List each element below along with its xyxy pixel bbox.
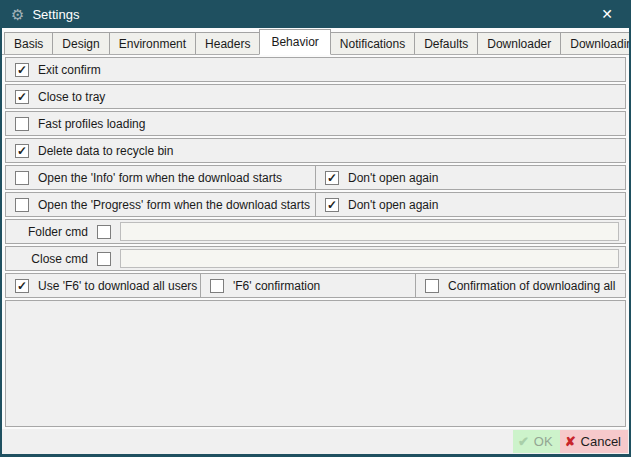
tab-notifications[interactable]: Notifications — [330, 32, 415, 54]
footer: ✔ OK ✘ Cancel — [2, 429, 629, 454]
settings-dialog: ⚙ Settings ✕ Basis Design Environment He… — [0, 0, 631, 457]
confirm-download-all-label: Confirmation of downloading all — [448, 279, 615, 293]
f6-confirmation-checkbox[interactable] — [210, 279, 224, 293]
tab-basis[interactable]: Basis — [4, 32, 53, 54]
progress-dont-open-label: Don't open again — [348, 198, 438, 212]
row-f6-options: ✓ Use 'F6' to download all users 'F6' co… — [5, 273, 626, 298]
exit-confirm-label: Exit confirm — [38, 63, 101, 77]
tab-defaults[interactable]: Defaults — [414, 32, 478, 54]
row-close-cmd: Close cmd — [5, 246, 626, 271]
row-folder-cmd: Folder cmd — [5, 219, 626, 244]
tab-headers[interactable]: Headers — [195, 32, 260, 54]
info-form-checkbox[interactable] — [15, 171, 29, 185]
close-cmd-input[interactable] — [120, 249, 619, 268]
confirm-download-all-checkbox[interactable] — [425, 279, 439, 293]
exit-confirm-checkbox[interactable]: ✓ — [15, 63, 29, 77]
cancel-button-label: Cancel — [581, 434, 621, 449]
close-cmd-checkbox[interactable] — [97, 252, 111, 266]
info-dont-open-checkbox[interactable]: ✓ — [325, 171, 339, 185]
row-delete-recycle: ✓ Delete data to recycle bin — [5, 138, 626, 163]
ok-check-icon: ✔ — [518, 435, 529, 448]
tab-environment[interactable]: Environment — [109, 32, 196, 54]
close-cmd-label: Close cmd — [15, 252, 88, 266]
window-title: Settings — [32, 7, 79, 22]
folder-cmd-checkbox[interactable] — [97, 225, 111, 239]
behavior-tab-panel: ✓ Exit confirm ✓ Close to tray Fast prof… — [2, 55, 629, 429]
tab-downloader[interactable]: Downloader — [477, 32, 561, 54]
folder-cmd-label: Folder cmd — [15, 225, 88, 239]
delete-recycle-label: Delete data to recycle bin — [38, 144, 173, 158]
row-info-form: Open the 'Info' form when the download s… — [5, 165, 626, 190]
ok-button-label: OK — [534, 434, 553, 449]
ok-button[interactable]: ✔ OK — [513, 430, 560, 453]
f6-confirmation-label: 'F6' confirmation — [233, 279, 320, 293]
gear-icon: ⚙ — [11, 7, 24, 22]
empty-panel — [5, 300, 626, 427]
titlebar: ⚙ Settings ✕ — [2, 0, 629, 28]
f6-download-all-label: Use 'F6' to download all users — [38, 279, 197, 293]
f6-download-all-checkbox[interactable]: ✓ — [15, 279, 29, 293]
progress-form-label: Open the 'Progress' form when the downlo… — [38, 198, 310, 212]
delete-recycle-checkbox[interactable]: ✓ — [15, 144, 29, 158]
tab-behavior[interactable]: Behavior — [259, 29, 330, 55]
row-close-to-tray: ✓ Close to tray — [5, 84, 626, 109]
info-form-label: Open the 'Info' form when the download s… — [38, 171, 282, 185]
progress-form-checkbox[interactable] — [15, 198, 29, 212]
row-exit-confirm: ✓ Exit confirm — [5, 57, 626, 82]
row-progress-form: Open the 'Progress' form when the downlo… — [5, 192, 626, 217]
tab-downloading[interactable]: Downloading — [560, 32, 631, 54]
progress-dont-open-checkbox[interactable]: ✓ — [325, 198, 339, 212]
cancel-button[interactable]: ✘ Cancel — [560, 430, 628, 453]
tab-design[interactable]: Design — [52, 32, 109, 54]
folder-cmd-input[interactable] — [120, 222, 619, 241]
close-to-tray-label: Close to tray — [38, 90, 105, 104]
tab-strip: Basis Design Environment Headers Behavio… — [2, 28, 629, 55]
close-icon[interactable]: ✕ — [585, 0, 629, 28]
close-to-tray-checkbox[interactable]: ✓ — [15, 90, 29, 104]
info-dont-open-label: Don't open again — [348, 171, 438, 185]
cancel-x-icon: ✘ — [565, 435, 576, 448]
fast-profiles-checkbox[interactable] — [15, 117, 29, 131]
fast-profiles-label: Fast profiles loading — [38, 117, 145, 131]
row-fast-profiles: Fast profiles loading — [5, 111, 626, 136]
